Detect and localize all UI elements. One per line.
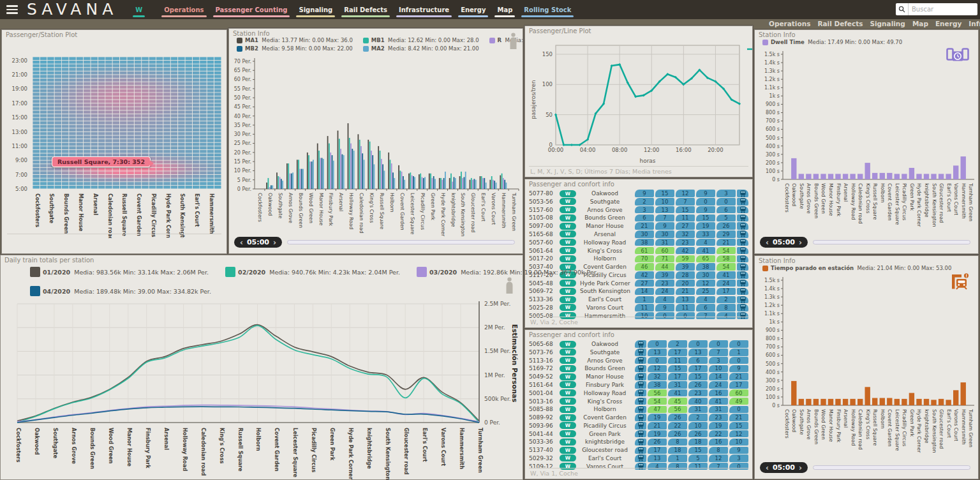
slider-prev-icon[interactable]: ‹: [240, 239, 243, 246]
table-row[interactable]: 5033-36Wknightsbridge268181610: [529, 438, 748, 446]
svg-text:Bounds Green: Bounds Green: [813, 183, 819, 218]
subnav-item-infrastructure[interactable]: Infrastructure: [969, 20, 980, 29]
table-row[interactable]: 5169-72WBounds Green121517109: [529, 364, 748, 372]
slider-prev-icon[interactable]: ‹: [766, 465, 769, 471]
legend-row: 04/2020 Media: 189.48k Min: 39.00 Max: 3…: [30, 286, 211, 296]
slider-track[interactable]: [287, 240, 515, 244]
table-row[interactable]: 5113-16WArnos Grove011630: [529, 357, 748, 364]
occupancy-cell: 6: [716, 206, 736, 213]
table-row[interactable]: 5133-36WEarl's Court141342: [529, 296, 748, 303]
occupancy-cell: 17: [716, 288, 736, 295]
heatmap-tooltip: Russell Square, 7:30: 352: [52, 156, 151, 167]
table-row[interactable]: 5089-92WCovent Garden192622321: [529, 414, 748, 421]
passenger-station-heatmap[interactable]: 23:0021:0019:0017:0015:0013:0011:009:007…: [3, 52, 226, 238]
slider-next-icon[interactable]: ›: [799, 465, 802, 471]
svg-text:Gloucester road: Gloucester road: [403, 428, 410, 475]
table-row[interactable]: 5025-28WVarons Court1191168: [529, 304, 748, 311]
legend-swatch: [30, 267, 40, 277]
slider-next-icon[interactable]: ›: [273, 239, 276, 246]
hamburger-menu-icon[interactable]: [6, 5, 18, 14]
table-row[interactable]: 5161-64WFinsbury Park3831262417: [529, 381, 748, 389]
table-row[interactable]: 5073-76WSouthgate13171371: [529, 349, 748, 356]
search-icon[interactable]: [896, 3, 909, 15]
svg-text:Wood Green: Wood Green: [820, 183, 826, 214]
slider-track[interactable]: [813, 465, 970, 470]
occupancy-cell: 3: [716, 190, 736, 197]
table-row[interactable]: 5013-16WKing's Cross5445404149: [529, 397, 748, 405]
nav-tab-operations[interactable]: Operations: [164, 0, 204, 19]
legend-item: Tiempo parado en estación Media: 21.04 M…: [762, 265, 951, 271]
subnav-item-rail-defects[interactable]: Rail Defects: [817, 20, 863, 29]
table-row[interactable]: 5069-72WSouth Kensington1424212517: [529, 287, 748, 295]
time-slider-pill[interactable]: ‹05:00›: [760, 462, 808, 473]
occupancy-cell: 1: [668, 454, 687, 461]
time-slider-pill[interactable]: ‹05:00›: [234, 237, 282, 248]
time-slider-pill[interactable]: ‹05:00›: [760, 237, 808, 248]
slider-prev-icon[interactable]: ‹: [766, 239, 769, 246]
table-row[interactable]: 5049-52WManor House3217151421: [529, 373, 748, 380]
table-row[interactable]: 5097-00WManor House219271926: [529, 222, 748, 230]
svg-text:17:00: 17:00: [12, 100, 28, 107]
table-row[interactable]: 5105-08WBounds Green6711155: [529, 214, 748, 221]
search-box[interactable]: [896, 3, 977, 15]
table-row[interactable]: 5053-56WSouthgate210700: [529, 198, 748, 206]
slider-next-icon[interactable]: ›: [799, 239, 802, 246]
nav-tab-rolling-stock[interactable]: Rolling Stock: [524, 0, 571, 19]
daily-totals-line-chart[interactable]: 0 Per.500k Per.1M Per.1.5M Per.2M Per.2.…: [2, 300, 523, 480]
nav-tab-infrastructure[interactable]: Infrastructure: [399, 0, 449, 19]
train-icon: [737, 230, 748, 237]
stopped-time-bar-chart[interactable]: 0 s100 s200 s300 s400 s500 s600 s700 s80…: [756, 271, 978, 460]
table-row[interactable]: 5061-64WKing's Cross6160424154: [529, 246, 748, 254]
nav-tab-signaling[interactable]: Signaling: [299, 0, 332, 19]
subnav-item-energy[interactable]: Energy: [935, 20, 961, 29]
person-icon: [505, 277, 514, 296]
table-row[interactable]: 5165-68WArsenal3030323329: [529, 230, 748, 238]
occupancy-cell: 26: [688, 381, 708, 388]
station-name: King's Cross: [580, 398, 635, 405]
line-badge: W: [560, 357, 576, 364]
dwell-time-bar-chart[interactable]: 0 s100 s200 s300 s400 s500 s600 s700 s80…: [756, 45, 978, 234]
svg-text:Earl's Court: Earl's Court: [194, 193, 200, 227]
table-row[interactable]: 5029-32WEarl's Court1315123: [529, 454, 748, 462]
station-name: Varons Court: [580, 304, 635, 311]
search-input[interactable]: [909, 6, 977, 13]
table-row[interactable]: 5077-80WOakwood9151293: [529, 190, 748, 197]
line-badge: W: [560, 365, 576, 372]
nav-tab-passenger-counting[interactable]: Passenger Counting: [216, 0, 288, 19]
heatmap-scroll-track[interactable]: [7, 234, 221, 234]
occupancy-cell: 40: [688, 398, 708, 405]
occupancy-cell: 11: [676, 214, 695, 221]
svg-text:Varons Court: Varons Court: [440, 428, 447, 466]
svg-text:Hyde Park Corner: Hyde Park Corner: [916, 183, 922, 227]
slider-time-label: 05:00: [773, 238, 795, 246]
table-row[interactable]: 5057-60WHolloway Road383123421: [529, 239, 748, 246]
table-row[interactable]: 5093-96WPicadilly Circus2122101915: [529, 422, 748, 430]
nav-tab-map[interactable]: Map: [497, 0, 512, 19]
table-row[interactable]: 5085-88WHolborn475631310: [529, 405, 748, 413]
nav-tab-w[interactable]: W: [135, 0, 142, 19]
occupancy-cell: 17: [648, 447, 667, 454]
occupancy-cell: 24: [716, 280, 736, 287]
subnav-item-signaling[interactable]: Signaling: [870, 20, 905, 29]
svg-text:00:00: 00:00: [548, 147, 564, 153]
table-row[interactable]: 5017-20WHolborn7071596558: [529, 255, 748, 262]
table-row[interactable]: 5045-48WHyde Park Corner2723201224: [529, 280, 748, 287]
station-info-bar-chart[interactable]: 0 Per.5 Per.10 Per.15 Per.20 Per.25 Per.…: [230, 56, 523, 242]
table-row[interactable]: 5137-40WGloucester road17181589: [529, 446, 748, 454]
slider-track[interactable]: [813, 240, 970, 244]
passenger-line-chart[interactable]: 05010015000:0004:0008:0012:0016:0020:00W…: [526, 36, 752, 168]
table-row[interactable]: 5157-60WArnos Grove3131596: [529, 206, 748, 214]
train-id: 5161-64: [529, 382, 560, 388]
table-row[interactable]: 5041-44WGreen Park1926262212: [529, 430, 748, 438]
occupancy-cell: 38: [635, 239, 654, 246]
subnav-item-operations[interactable]: Operations: [769, 20, 810, 29]
svg-text:1k s: 1k s: [769, 93, 780, 99]
svg-text:Green Park: Green Park: [909, 409, 915, 437]
nav-tab-rail-defects[interactable]: Rail Defects: [344, 0, 387, 19]
table-row[interactable]: 5065-68WOakwood02000: [529, 340, 748, 348]
nav-tab-energy[interactable]: Energy: [461, 0, 486, 19]
occupancy-cell: 0: [648, 357, 667, 364]
svg-text:Wood Green: Wood Green: [820, 409, 826, 440]
subnav-item-map[interactable]: Map: [912, 20, 928, 29]
table-row[interactable]: 5001-04WHolloway Road5641231660: [529, 389, 748, 397]
